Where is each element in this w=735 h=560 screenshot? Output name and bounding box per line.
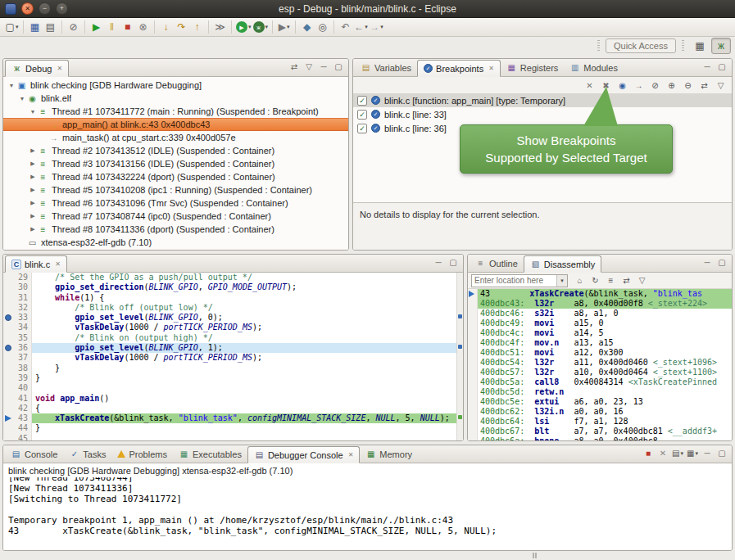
disassembly-line[interactable]: 400dbc5a: call8 0x40084314 <xTaskCreateP…: [478, 377, 732, 387]
print-button[interactable]: ▤: [43, 20, 58, 35]
window-maximize-button[interactable]: [56, 2, 68, 15]
last-edit-location-button[interactable]: ↶: [338, 20, 353, 35]
expander-icon[interactable]: ▼: [17, 96, 27, 102]
terminate-button[interactable]: ■: [642, 447, 655, 460]
overview-breakpoint-mark[interactable]: [458, 314, 462, 318]
tab-memory[interactable]: ▦Memory: [360, 445, 418, 463]
maximize-button[interactable]: ▢: [715, 61, 728, 74]
back-button[interactable]: ←▾: [353, 20, 369, 35]
minimize-button[interactable]: ─: [701, 61, 714, 74]
disassembly-line[interactable]: 43 xTaskCreate(&blink_task, "blink_tas: [478, 289, 732, 299]
debug-tree-row[interactable]: ▶≡Thread #4 1073432224 (dport) (Suspende…: [3, 170, 348, 183]
expander-icon[interactable]: ▶: [28, 147, 38, 154]
code-line[interactable]: vTaskDelay(1000 / portTICK_PERIOD_MS);: [32, 353, 463, 363]
save-button[interactable]: ▦: [27, 20, 43, 35]
window-minimize-button[interactable]: [39, 2, 51, 15]
editor-annotation-ruler[interactable]: [3, 394, 14, 404]
disassembly-row[interactable]: 400dbc4f: mov.n a13, a15: [468, 338, 732, 348]
code-line-row[interactable]: 38 }: [3, 364, 463, 373]
code-line[interactable]: vTaskDelay(1000 / portTICK_PERIOD_MS);: [32, 323, 463, 332]
overview-breakpoint-mark[interactable]: [458, 345, 462, 349]
debug-tree-row[interactable]: →app_main() at blink.c:43 0x400dbc43: [3, 118, 348, 131]
disassembly-row[interactable]: 400dbc49: movi a15, 0: [468, 318, 732, 328]
editor-annotation-ruler[interactable]: [3, 273, 14, 282]
editor-annotation-ruler[interactable]: [3, 323, 14, 332]
disassembly-line[interactable]: 400dbc51: movi a12, 0x300: [478, 348, 732, 358]
editor-annotation-ruler[interactable]: [3, 282, 14, 292]
code-line-row[interactable]: 35 /* Blink on (output high) */: [3, 333, 463, 343]
link-with-debug-view-button[interactable]: ⇄: [697, 79, 711, 92]
code-line-row[interactable]: 34 vTaskDelay(1000 / portTICK_PERIOD_MS)…: [3, 323, 463, 332]
disassembly-line[interactable]: 400dbc6a: bnone a8, a0, 0x400dbc8: [478, 436, 732, 440]
instruction-stepping-button[interactable]: ≫: [212, 20, 228, 35]
step-into-button[interactable]: ↓: [158, 20, 174, 35]
disassembly-row[interactable]: 400dbc46: s32i a8, a1, 0: [468, 309, 732, 318]
disassembly-row[interactable]: 400dbc57: l32r a10, 0x400d0464 <_stext+1…: [468, 368, 732, 377]
open-perspective-button[interactable]: ▦: [690, 38, 710, 54]
disassembly-row[interactable]: 400dbc54: l32r a11, 0x400d0460 <_stext+1…: [468, 358, 732, 368]
code-line[interactable]: gpio_set_direction(BLINK_GPIO, GPIO_MODE…: [32, 282, 463, 292]
code-line[interactable]: gpio_set_level(BLINK_GPIO, 1);: [32, 343, 463, 353]
tab-debugger-console[interactable]: ▤Debugger Console✕: [247, 446, 360, 463]
code-line-row[interactable]: 30 gpio_set_direction(BLINK_GPIO, GPIO_M…: [3, 282, 463, 292]
maximize-button[interactable]: ▢: [715, 256, 728, 269]
code-line-row[interactable]: 41void app_main(): [3, 394, 463, 404]
view-menu-button[interactable]: ▽: [635, 274, 649, 287]
disassembly-line[interactable]: 400dbc49: movi a15, 0: [478, 318, 732, 328]
code-line[interactable]: while(1) {: [32, 293, 463, 303]
skip-all-breakpoints-button[interactable]: ⊘: [66, 20, 81, 35]
disassembly-row[interactable]: 400dbc43: l32r a8, 0x400d00f8 <_stext+22…: [468, 299, 732, 309]
disassembly-line[interactable]: 400dbc43: l32r a8, 0x400d00f8 <_stext+22…: [478, 299, 732, 309]
debug-tree-row[interactable]: ▶≡Thread #6 1073431096 (Tmr Svc) (Suspen…: [3, 196, 348, 210]
disassembly-line[interactable]: 400dbc4f: mov.n a13, a15: [478, 338, 732, 348]
code-line[interactable]: xTaskCreate(&blink_task, "blink_task", c…: [32, 413, 463, 423]
breakpoint-checkbox[interactable]: ✓: [357, 96, 367, 106]
tab-executables[interactable]: ▦Executables: [173, 445, 247, 463]
editor-annotation-ruler[interactable]: [3, 413, 14, 423]
code-line-row[interactable]: 29 /* Set the GPIO as a push/pull output…: [3, 273, 463, 282]
code-line[interactable]: {: [32, 404, 463, 413]
tab-problems[interactable]: Problems: [111, 445, 172, 463]
code-line-row[interactable]: 33 gpio_set_level(BLINK_GPIO, 0);: [3, 313, 463, 323]
minimize-button[interactable]: ─: [701, 447, 714, 460]
overview-current-line-mark[interactable]: [458, 415, 462, 419]
minimize-button[interactable]: ─: [317, 61, 330, 74]
code-line[interactable]: void app_main(): [32, 394, 463, 404]
debug-button[interactable]: ж▾: [252, 20, 270, 35]
editor-annotation-ruler[interactable]: [3, 343, 14, 353]
debugger-console-output[interactable]: blink checking [GDB Hardware Debugging] …: [3, 463, 732, 550]
breakpoint-marker-icon[interactable]: [5, 314, 11, 321]
collapse-all-button[interactable]: ⊖: [681, 79, 695, 92]
new-c-project-button[interactable]: ◆: [299, 20, 315, 35]
code-line[interactable]: }: [32, 423, 463, 433]
debug-tree-row[interactable]: ▶≡Thread #7 1073408744 (ipc0) (Suspended…: [3, 210, 348, 223]
disassembly-row[interactable]: 400dbc51: movi a12, 0x300: [468, 348, 732, 358]
code-line[interactable]: }: [32, 364, 463, 373]
step-over-button[interactable]: ↷: [174, 20, 189, 35]
editor-annotation-ruler[interactable]: [3, 423, 14, 433]
code-line-row[interactable]: 44}: [3, 423, 463, 433]
close-tab-icon[interactable]: ✕: [348, 451, 354, 458]
disassembly-row[interactable]: 400dbc67: blt a7, a7, 0x400dbc81 <__addd…: [468, 427, 732, 436]
tab-outline[interactable]: ≡Outline: [470, 255, 524, 272]
editor-annotation-ruler[interactable]: [3, 333, 14, 343]
debug-tree-row[interactable]: ▼▣blink checking [GDB Hardware Debugging…: [3, 79, 348, 92]
debug-tree-row[interactable]: ▼≡Thread #1 1073411772 (main : Running) …: [3, 105, 348, 118]
terminate-button[interactable]: ■: [120, 20, 135, 35]
disassembly-line[interactable]: 400dbc5e: extui a6, a0, 23, 13: [478, 397, 732, 407]
tab-console[interactable]: ▤Console: [5, 445, 63, 463]
display-selected-console-button[interactable]: ▤▾: [671, 447, 684, 460]
overview-ruler[interactable]: [456, 273, 463, 440]
maximize-button[interactable]: ▢: [447, 256, 460, 269]
disassembly-row[interactable]: 43 xTaskCreate(&blink_task, "blink_tas: [468, 289, 732, 299]
code-line[interactable]: /* Blink on (output high) */: [32, 333, 463, 343]
editor-annotation-ruler[interactable]: [3, 383, 14, 393]
debug-tree-row[interactable]: ▼◉blink.elf: [3, 92, 348, 105]
disconnect-button[interactable]: ⊗: [135, 20, 151, 35]
disassembly-line[interactable]: 400dbc64: lsi f7, a1, 128: [478, 417, 732, 427]
step-return-button[interactable]: ↑: [189, 20, 205, 35]
code-line[interactable]: /* Set the GPIO as a push/pull output */: [32, 273, 463, 282]
disassembly-line[interactable]: 400dbc4c: movi a14, 5: [478, 328, 732, 338]
minimize-button[interactable]: ─: [432, 256, 445, 269]
expander-icon[interactable]: ▶: [28, 160, 38, 167]
